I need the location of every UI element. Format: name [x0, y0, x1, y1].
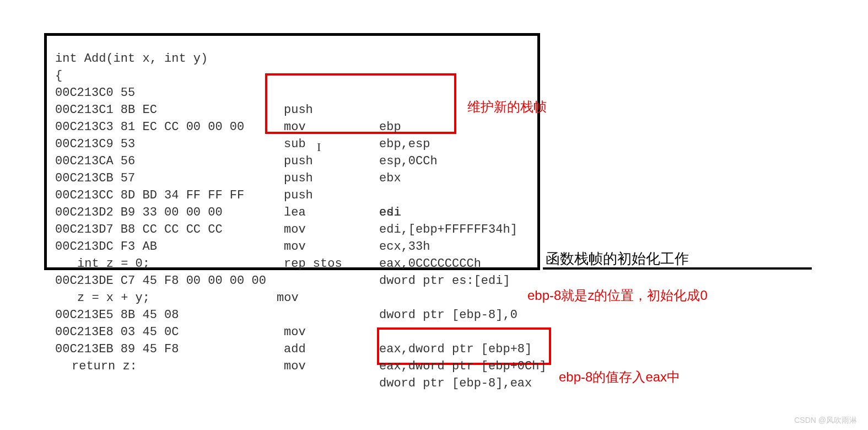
asm-row: 00C213DC F3 AB rep stos dword ptr es:[ed… [44, 221, 860, 238]
asm-row: 00C213E5 8B 45 08 mov eax,dword ptr [ebp… [44, 289, 860, 307]
source-line: int z = 0; [44, 238, 860, 255]
asm-row: 00C213C1 8B EC mov ebp,esp [44, 84, 860, 101]
source-text: return z: [72, 358, 137, 375]
asm-row: 00C213C9 53 push ebx [44, 119, 860, 136]
asm-row: 00C213CA 56 push I esi [44, 136, 860, 153]
asm-arg: eax,dword ptr [ebp+0Ch] [379, 358, 547, 375]
annotation-store-eax: ebp-8的值存入eax中 [559, 368, 680, 386]
asm-row: 00C213D7 B8 CC CC CC CC mov eax,0CCCCCCC… [44, 204, 860, 221]
asm-row: 00C213CC 8D BD 34 FF FF FF lea edi,[ebp+… [44, 170, 860, 187]
disassembly-container: int Add(int x, int y) { 00C213C0 55 push… [44, 33, 860, 358]
asm-row: 00C213E8 03 45 0C add eax,dword ptr [ebp… [44, 307, 860, 324]
asm-row: 00C213CB 57 push edi [44, 153, 860, 170]
asm-op: mov [284, 358, 306, 375]
source-line: return z: [44, 341, 860, 358]
asm-arg: dword ptr [ebp-8],eax [379, 375, 532, 392]
annotation-new-frame: 维护新的栈帧 [467, 98, 547, 116]
watermark: CSDN @风吹雨淋 [794, 416, 857, 426]
asm-row: 00C213C0 55 push ebp [44, 67, 860, 84]
asm-row: 00C213D2 B9 33 00 00 00 mov ecx,33h [44, 187, 860, 204]
asm-row: 00C213C3 81 EC CC 00 00 00 sub esp,0CCh [44, 101, 860, 119]
annotation-z-init: ebp-8就是z的位置，初始化成0 [527, 287, 708, 304]
asm-row: 00C213DE C7 45 F8 00 00 00 00 mov dword … [44, 255, 860, 272]
source-line: z = x + y; [44, 272, 860, 289]
annotation-init-work: 函数栈帧的初始化工作 [546, 249, 689, 268]
function-signature: int Add(int x, int y) [44, 33, 860, 50]
asm-row: 00C213EB 89 45 F8 mov dword ptr [ebp-8],… [44, 324, 860, 341]
brace-open: { [44, 50, 860, 67]
